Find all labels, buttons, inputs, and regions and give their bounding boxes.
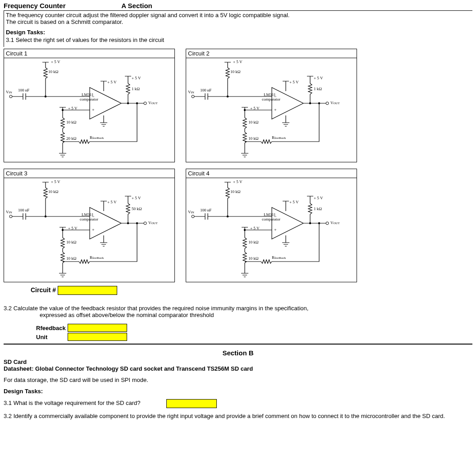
schematic-label: comparator [262,97,280,101]
svg-point-24 [227,216,229,217]
rfeedback-label: Rfeedback [36,324,67,332]
schematic-label: + 5 V [314,196,323,200]
svg-point-10 [309,102,311,104]
unit-input[interactable] [68,333,127,341]
schematic-label: 10 kΩ [230,190,240,194]
schematic-label: 100 nF [200,208,211,212]
section-a-label: A Section [121,2,152,9]
schematic-label: VIN [6,210,12,214]
schematic-label: 10 kΩ [66,240,76,244]
svg-point-3 [136,102,138,104]
schematic-label: 1 kΩ [314,87,322,91]
svg-point-12 [192,95,194,98]
schematic-label: + 5 V [51,60,60,64]
schematic-label: VOUT [148,101,158,105]
question-3-1: 3.1 What is the voltage requirement for … [4,399,472,408]
schematic-label: VIN [188,210,194,214]
svg-point-29 [326,222,329,225]
svg-point-0 [45,96,46,97]
circuit-number-input[interactable] [58,286,117,295]
schematic-label: Rfeedback [272,256,286,260]
schematic-label: VOUT [148,221,158,225]
schematic-label: VOUT [330,101,340,105]
schematic-label: Rfeedback [90,256,104,260]
intro-line-1: The frequency counter circuit adjust the… [6,12,471,18]
svg-point-19 [136,222,138,224]
schematic-label: comparator [80,97,98,101]
svg-point-4 [9,95,12,98]
schematic-label: + 5 V [68,106,77,110]
intro-line-2: The circuit is based on a Schmitt compar… [6,18,471,25]
circuit-4: Circuit 4 +–VIN100 nF10 kΩ+ 5 VLM311comp… [186,169,357,282]
schematic-label: 10 kΩ [230,70,240,74]
schematic-label: 10 kΩ [66,120,76,124]
schematic-label: 10 kΩ [248,257,258,261]
svg-point-26 [309,222,311,224]
schematic-label: 10 kΩ [248,137,258,141]
design-tasks-heading: Design Tasks: [6,29,471,36]
svg-point-28 [192,215,194,218]
svg-point-1 [62,109,64,111]
intro-block: The frequency counter circuit adjust the… [4,10,472,47]
svg-point-17 [62,229,64,231]
svg-text:+: + [92,107,95,112]
circuit-diagram: +–VIN100 nF10 kΩ+ 5 VLM311comparator+ 5 … [186,178,357,282]
schematic-label: 20 kΩ [66,137,76,141]
circuit-title: Circuit 1 [4,49,174,58]
schematic-label: VOUT [330,221,340,225]
circuit-number-prompt: Circuit # [31,286,472,295]
svg-point-16 [45,216,46,217]
svg-point-27 [318,222,320,224]
schematic-svg: +– [186,178,357,282]
schematic-label: VIN [6,90,12,94]
schematic-label: + 5 V [107,200,116,204]
schematic-label: 1 kΩ [314,207,322,211]
task-3-1: 3.1 Select the right set of values for t… [6,37,471,43]
question-3-2: 3.2 Identify a commercially available co… [4,413,472,419]
circuit-3: Circuit 3 +–VIN100 nF10 kΩ+ 5 VLM311comp… [4,169,175,282]
svg-text:+: + [274,227,277,232]
svg-point-20 [9,215,12,218]
circuit-prompt-label: Circuit # [31,286,56,294]
schematic-label: Rfeedback [90,136,104,140]
schematic-label: 10 kΩ [48,70,58,74]
circuits-grid: Circuit 1 +–VIN100 nF10 kΩ+ 5 VLM311comp… [4,49,472,282]
schematic-label: + 5 V [314,76,323,80]
schematic-svg: +– [4,178,174,282]
schematic-label: + 5 V [132,196,141,200]
circuit-2: Circuit 2 +–VIN100 nF10 kΩ+ 5 VLM311comp… [186,49,357,162]
section-divider [4,344,472,345]
svg-point-13 [326,102,329,105]
svg-point-9 [244,109,246,111]
section-a-header: Frequency Counter A Section [4,2,472,9]
circuit-diagram: +–VIN100 nF10 kΩ+ 5 VLM311comparator+ 5 … [4,58,174,162]
schematic-svg: +– [4,58,174,162]
svg-point-2 [127,102,129,104]
schematic-label: LM311 [264,93,276,97]
circuit-title: Circuit 3 [4,169,174,178]
sd-intro: For data storage, the SD card will be us… [4,377,472,383]
svg-point-21 [144,222,146,225]
schematic-label: + 5 V [68,226,77,230]
schematic-label: 10 kΩ [248,120,258,124]
schematic-label: 100 nF [200,88,211,92]
sd-card-heading: SD Card [4,358,472,365]
schematic-label: 50 kΩ [132,207,142,211]
schematic-label: comparator [262,217,280,221]
schematic-label: LM311 [82,93,94,97]
svg-point-5 [144,102,146,105]
schematic-label: comparator [80,217,98,221]
svg-point-8 [227,96,229,97]
circuit-title: Circuit 2 [186,49,357,58]
schematic-label: 1 kΩ [132,87,140,91]
rfeedback-input[interactable] [68,324,127,332]
schematic-label: LM311 [264,213,276,217]
schematic-label: 10 kΩ [48,190,58,194]
voltage-req-input[interactable] [166,399,217,408]
svg-point-25 [244,229,246,231]
schematic-label: + 5 V [250,226,259,230]
schematic-label: Rfeedback [272,136,286,140]
circuit-1: Circuit 1 +–VIN100 nF10 kΩ+ 5 VLM311comp… [4,49,175,162]
schematic-label: + 5 V [51,180,60,184]
schematic-label: + 5 V [132,76,141,80]
